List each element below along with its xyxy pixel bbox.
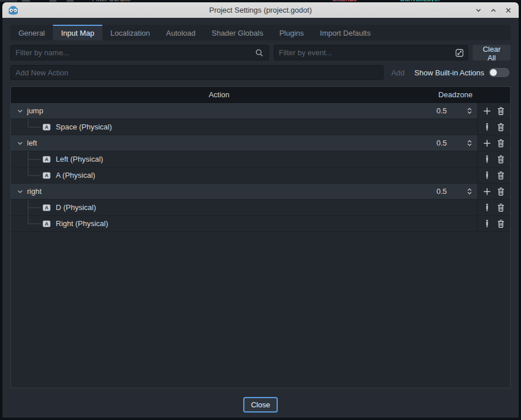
editor-icon-fragment — [67, 0, 74, 2]
action-name: left — [27, 139, 436, 147]
filter-by-event-field[interactable] — [274, 45, 468, 60]
edit-event-button[interactable] — [482, 123, 492, 132]
spin-updown-icon[interactable] — [465, 106, 474, 115]
add-event-button[interactable] — [482, 187, 492, 196]
svg-text:A: A — [45, 156, 48, 162]
chevron-down-icon[interactable] — [16, 139, 24, 147]
clear-all-button[interactable]: Clear All — [473, 45, 511, 60]
trash-icon — [496, 171, 505, 180]
deadzone-spinbox[interactable]: 0.5 — [436, 187, 477, 196]
event-row[interactable]: A Space (Physical) — [11, 119, 510, 135]
keyboard-key-icon: A — [42, 123, 51, 132]
editor-dock-fragment — [0, 0, 17, 2]
edit-pencil-icon — [482, 219, 492, 228]
deadzone-value: 0.5 — [436, 187, 447, 196]
row-buttons — [477, 119, 510, 135]
svg-text:A: A — [45, 173, 48, 178]
keyboard-key-icon: A — [42, 203, 51, 212]
filter-by-event-input[interactable] — [279, 48, 454, 57]
input-map-tree[interactable]: Action Deadzone jump 0.5 — [10, 86, 511, 388]
tab-general[interactable]: General — [10, 25, 53, 40]
input-event-icon — [455, 48, 464, 58]
remove-event-button[interactable] — [496, 171, 505, 180]
chevron-down-icon[interactable] — [16, 188, 24, 196]
window-shade-button[interactable] — [473, 5, 484, 16]
row-buttons — [477, 135, 510, 151]
event-row[interactable]: A D (Physical) — [11, 200, 510, 216]
window-maximize-button[interactable] — [488, 5, 499, 16]
trash-icon — [496, 155, 505, 164]
add-action-field[interactable] — [10, 65, 384, 80]
window-titlebar[interactable]: Project Settings (project.godot) — [2, 2, 519, 18]
edit-event-button[interactable] — [482, 203, 492, 212]
remove-action-button[interactable] — [496, 139, 505, 148]
event-row[interactable]: A Left (Physical) — [11, 151, 510, 167]
action-cell[interactable]: left 0.5 — [11, 135, 477, 151]
row-buttons — [477, 200, 510, 215]
trash-icon — [496, 203, 505, 212]
trash-icon — [496, 219, 505, 228]
action-cell[interactable]: right 0.5 — [11, 184, 477, 199]
edit-event-button[interactable] — [482, 219, 492, 228]
filter-by-name-field[interactable] — [10, 45, 269, 60]
show-builtin-actions-toggle[interactable] — [489, 68, 509, 77]
event-cell[interactable]: A Right (Physical) — [11, 216, 477, 231]
tab-shader-globals[interactable]: Shader Globals — [204, 25, 271, 40]
add-event-button[interactable] — [482, 139, 492, 148]
close-button[interactable]: Close — [243, 397, 277, 413]
edit-event-button[interactable] — [482, 171, 492, 180]
chevron-down-icon[interactable] — [16, 107, 24, 115]
action-row[interactable]: left 0.5 — [11, 135, 510, 151]
deadzone-spinbox[interactable]: 0.5 — [436, 106, 477, 115]
event-label: D (Physical) — [56, 203, 96, 212]
edit-event-button[interactable] — [482, 155, 492, 164]
event-label: Left (Physical) — [56, 155, 103, 163]
dialog-body: GeneralInput MapLocalizationAutoloadShad… — [2, 18, 519, 418]
event-label: A (Physical) — [56, 171, 95, 180]
add-action-input[interactable] — [16, 68, 378, 77]
tree-guide — [24, 167, 41, 184]
keyboard-key-icon: A — [42, 219, 51, 228]
window-title: Project Settings (project.godot) — [2, 6, 519, 14]
deadzone-spinbox[interactable]: 0.5 — [436, 139, 477, 147]
action-name: right — [27, 187, 436, 196]
action-cell[interactable]: jump 0.5 — [11, 103, 477, 119]
row-buttons — [477, 216, 510, 231]
event-cell[interactable]: A D (Physical) — [11, 200, 477, 215]
event-cell[interactable]: A A (Physical) — [11, 167, 477, 183]
svg-text:A: A — [45, 221, 48, 227]
tab-import-defaults[interactable]: Import Defaults — [312, 25, 378, 40]
add-event-icon — [482, 187, 492, 196]
search-icon — [255, 48, 264, 58]
remove-event-button[interactable] — [496, 203, 505, 212]
remove-event-button[interactable] — [496, 123, 505, 132]
action-row[interactable]: right 0.5 — [11, 184, 510, 200]
column-header-action: Action — [11, 90, 401, 99]
add-action-button[interactable]: Add — [386, 68, 409, 77]
add-event-button[interactable] — [482, 106, 492, 116]
spin-updown-icon[interactable] — [465, 187, 474, 196]
event-row[interactable]: A Right (Physical) — [11, 216, 510, 232]
window-close-button[interactable] — [503, 5, 514, 16]
tree-guide — [24, 200, 41, 216]
row-buttons — [477, 151, 510, 167]
edit-pencil-icon — [482, 171, 492, 180]
remove-event-button[interactable] — [496, 219, 505, 228]
tab-localization[interactable]: Localization — [102, 25, 158, 40]
tab-input-map[interactable]: Input Map — [53, 25, 102, 40]
remove-action-button[interactable] — [496, 187, 505, 196]
keyboard-key-icon: A — [42, 155, 51, 164]
action-row[interactable]: jump 0.5 — [11, 103, 510, 119]
capture-event-button[interactable] — [454, 48, 465, 58]
spin-updown-icon[interactable] — [465, 139, 474, 147]
remove-event-button[interactable] — [496, 155, 505, 164]
dialog-footer: Close — [10, 388, 511, 413]
event-cell[interactable]: A Left (Physical) — [11, 151, 477, 167]
event-row[interactable]: A A (Physical) — [11, 167, 510, 184]
tab-plugins[interactable]: Plugins — [271, 25, 312, 40]
event-cell[interactable]: A Space (Physical) — [11, 119, 477, 135]
remove-action-button[interactable] — [496, 106, 505, 116]
filter-by-name-input[interactable] — [16, 48, 255, 57]
edit-pencil-icon — [482, 203, 492, 212]
tab-autoload[interactable]: Autoload — [158, 25, 204, 40]
